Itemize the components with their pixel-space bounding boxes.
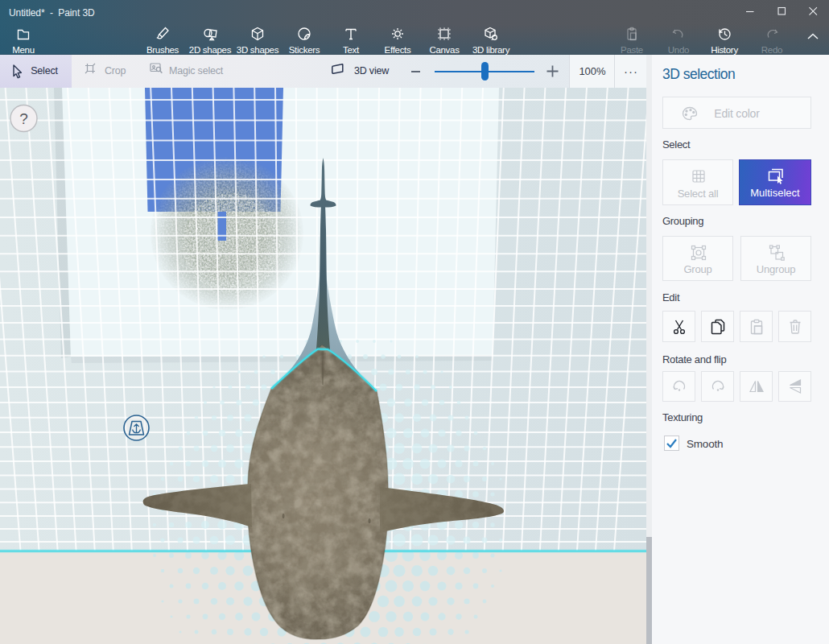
svg-text:?: ? — [19, 110, 28, 127]
